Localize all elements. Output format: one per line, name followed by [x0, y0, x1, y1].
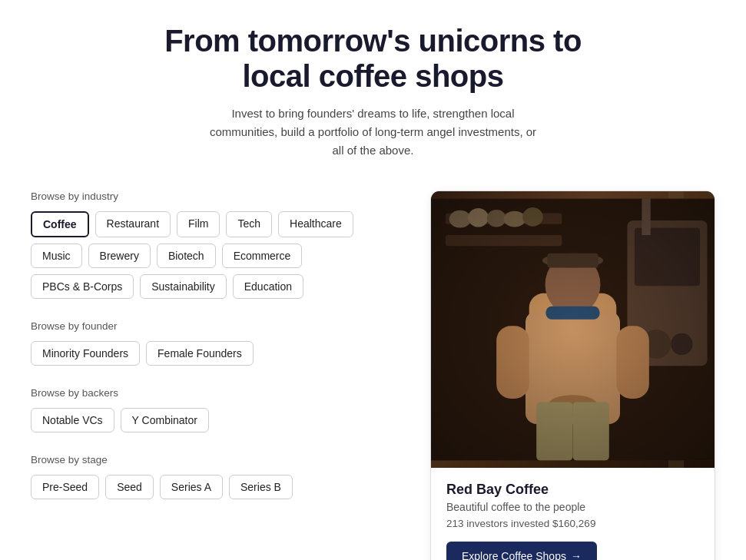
hero-section: From tomorrow's unicorns tolocal coffee … — [31, 23, 715, 160]
backers-filter-label: Browse by backers — [31, 387, 400, 399]
stage-tags-row: Pre-Seed Seed Series A Series B — [31, 475, 400, 499]
tag-y-combinator[interactable]: Y Combinator — [121, 408, 209, 432]
tag-healthcare[interactable]: Healthcare — [278, 211, 353, 237]
backers-tags-row: Notable VCs Y Combinator — [31, 408, 400, 432]
explore-cta-button[interactable]: Explore Coffee Shops→ — [446, 542, 597, 560]
tag-sustainability[interactable]: Sustainability — [140, 274, 227, 299]
founder-filter-section: Browse by founder Minority Founders Fema… — [31, 320, 400, 366]
founder-tags-row: Minority Founders Female Founders — [31, 341, 400, 366]
tag-series-b[interactable]: Series B — [229, 475, 293, 499]
card-illustration — [431, 191, 715, 468]
tag-tech[interactable]: Tech — [226, 211, 272, 237]
tag-ecommerce[interactable]: Ecommerce — [222, 244, 303, 268]
card-company-name: Red Bay Coffee — [446, 482, 699, 498]
stage-filter-label: Browse by stage — [31, 454, 400, 466]
card-tagline: Beautiful coffee to the people — [446, 501, 699, 513]
main-layout: Browse by industry Coffee Restaurant Fil… — [31, 191, 715, 560]
founder-filter-label: Browse by founder — [31, 320, 400, 332]
tag-series-a[interactable]: Series A — [160, 475, 223, 499]
tag-seed[interactable]: Seed — [105, 475, 154, 499]
hero-subtitle: Invest to bring founders' dreams to life… — [204, 104, 542, 160]
filters-panel: Browse by industry Coffee Restaurant Fil… — [31, 191, 400, 521]
tag-film[interactable]: Film — [177, 211, 220, 237]
card-image — [431, 191, 715, 468]
card-body: Red Bay Coffee Beautiful coffee to the p… — [431, 468, 715, 560]
tag-pbcs[interactable]: PBCs & B-Corps — [31, 274, 134, 299]
tag-pre-seed[interactable]: Pre-Seed — [31, 475, 99, 499]
tag-female-founders[interactable]: Female Founders — [146, 341, 254, 366]
cta-arrow: → — [571, 550, 582, 560]
tag-restaurant[interactable]: Restaurant — [95, 211, 171, 237]
svg-rect-24 — [431, 199, 715, 461]
tag-minority-founders[interactable]: Minority Founders — [31, 341, 140, 366]
backers-filter-section: Browse by backers Notable VCs Y Combinat… — [31, 387, 400, 432]
card-image-placeholder — [431, 191, 715, 468]
page-container: From tomorrow's unicorns tolocal coffee … — [0, 0, 746, 560]
card-panel: Red Bay Coffee Beautiful coffee to the p… — [430, 191, 715, 560]
tag-biotech[interactable]: Biotech — [157, 244, 216, 268]
industry-filter-section: Browse by industry Coffee Restaurant Fil… — [31, 191, 400, 299]
tag-notable-vcs[interactable]: Notable VCs — [31, 408, 114, 432]
cta-label: Explore Coffee Shops — [462, 550, 566, 560]
tag-coffee[interactable]: Coffee — [31, 211, 89, 237]
tag-brewery[interactable]: Brewery — [88, 244, 151, 268]
company-card: Red Bay Coffee Beautiful coffee to the p… — [430, 191, 715, 560]
hero-title: From tomorrow's unicorns tolocal coffee … — [31, 23, 715, 94]
card-investors: 213 investors invested $160,269 — [446, 518, 699, 529]
industry-tags-row: Coffee Restaurant Film Tech Healthcare M… — [31, 211, 400, 299]
tag-music[interactable]: Music — [31, 244, 82, 268]
tag-education[interactable]: Education — [233, 274, 303, 299]
stage-filter-section: Browse by stage Pre-Seed Seed Series A S… — [31, 454, 400, 499]
industry-filter-label: Browse by industry — [31, 191, 400, 202]
